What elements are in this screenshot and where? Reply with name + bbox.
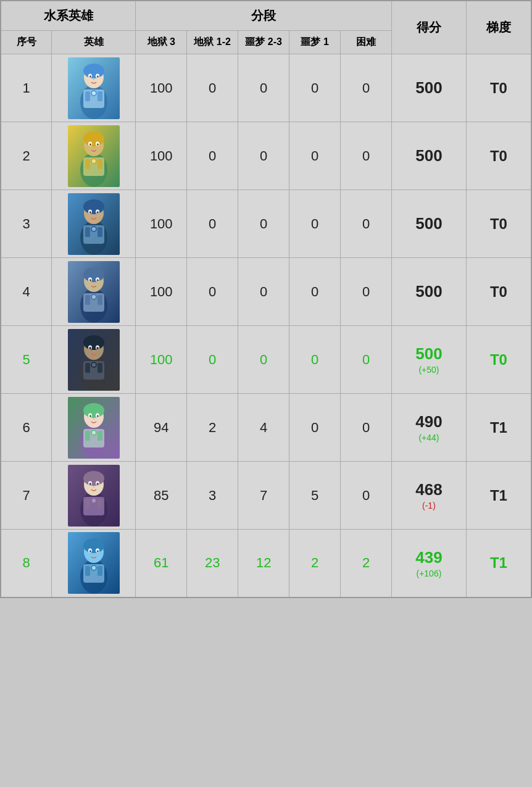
- tier-value: T0: [466, 258, 531, 326]
- svg-point-18: [83, 131, 104, 146]
- svg-point-113: [89, 551, 91, 552]
- row-id: 1: [1, 54, 52, 122]
- row-id: 8: [1, 530, 52, 598]
- hero-avatar: [68, 193, 120, 255]
- hell3-value: 85: [136, 462, 187, 530]
- hard-value: 0: [341, 462, 392, 530]
- nightmare23-value: 12: [238, 530, 289, 598]
- svg-point-104: [92, 499, 96, 502]
- svg-point-63: [83, 335, 104, 350]
- hero-image-cell: [52, 394, 136, 462]
- score-cell: 500: [392, 122, 467, 190]
- score-cell: 500 (+50): [392, 326, 467, 394]
- nightmare1-value: 2: [289, 530, 341, 598]
- svg-point-54: [97, 279, 98, 281]
- row-id: 6: [1, 394, 52, 462]
- svg-point-69: [97, 347, 98, 349]
- svg-rect-57: [98, 295, 102, 305]
- svg-rect-101: [85, 499, 90, 509]
- svg-point-93: [83, 471, 104, 486]
- hell12-value: 0: [187, 122, 238, 190]
- svg-rect-12: [98, 91, 102, 101]
- svg-point-78: [83, 403, 104, 418]
- tier-value: T0: [466, 122, 531, 190]
- svg-point-89: [92, 431, 96, 435]
- svg-rect-71: [85, 363, 90, 373]
- nightmare1-value: 0: [289, 326, 341, 394]
- score-delta: (+44): [394, 433, 463, 443]
- score-delta: (+50): [394, 365, 463, 375]
- svg-point-9: [97, 75, 98, 77]
- svg-point-114: [97, 551, 98, 552]
- category-header: 水系英雄: [1, 1, 136, 31]
- score-cell: 439 (+106): [392, 530, 467, 598]
- hero-image-cell: [52, 530, 136, 598]
- score-main: 500: [394, 146, 463, 165]
- row-id: 2: [1, 122, 52, 190]
- hell3-value: 100: [136, 54, 187, 122]
- tier-value: T0: [466, 54, 531, 122]
- score-delta: (-1): [394, 501, 463, 510]
- hero-image-cell: [52, 122, 136, 190]
- score-header: 得分: [392, 1, 467, 54]
- hero-image-cell: [52, 54, 136, 122]
- svg-point-119: [92, 566, 96, 570]
- hero-avatar: [68, 125, 120, 187]
- svg-rect-27: [98, 159, 102, 169]
- tier-value: T0: [466, 326, 531, 394]
- col-hero-header: 英雄: [52, 31, 136, 54]
- stage-group-header: 分段: [136, 1, 392, 31]
- tier-value: T1: [466, 394, 531, 462]
- score-cell: 500: [392, 258, 467, 326]
- nightmare23-value: 0: [238, 258, 289, 326]
- svg-rect-86: [85, 431, 90, 441]
- nightmare1-value: 0: [289, 54, 341, 122]
- table-row: 1: [1, 54, 531, 122]
- svg-rect-116: [85, 566, 90, 576]
- nightmare1-value: 0: [289, 394, 341, 462]
- hell3-value: 61: [136, 530, 187, 598]
- hell3-value: 100: [136, 258, 187, 326]
- svg-rect-41: [85, 227, 90, 237]
- row-id: 4: [1, 258, 52, 326]
- svg-rect-11: [85, 91, 90, 101]
- hero-avatar: [68, 329, 120, 391]
- hard-value: 2: [341, 530, 392, 598]
- svg-point-33: [83, 199, 104, 214]
- svg-point-44: [92, 227, 96, 231]
- hard-value: 0: [341, 394, 392, 462]
- col-hell3-header: 地狱 3: [136, 31, 187, 54]
- col-hell12-header: 地狱 1-2: [187, 31, 238, 54]
- svg-point-38: [89, 211, 91, 213]
- col-id-header: 序号: [1, 31, 52, 54]
- row-id: 7: [1, 462, 52, 530]
- hell3-value: 100: [136, 122, 187, 190]
- svg-point-84: [97, 415, 98, 417]
- svg-rect-42: [98, 227, 102, 237]
- tier-value: T0: [466, 190, 531, 258]
- hell12-value: 23: [187, 530, 238, 598]
- hero-avatar: [68, 261, 120, 323]
- row-id: 3: [1, 190, 52, 258]
- col-nightmare1-header: 噩梦 1: [289, 31, 341, 54]
- score-main: 468: [394, 480, 463, 499]
- score-cell: 500: [392, 190, 467, 258]
- svg-point-74: [92, 363, 96, 367]
- svg-point-39: [97, 211, 98, 213]
- hell12-value: 0: [187, 190, 238, 258]
- hell3-value: 100: [136, 326, 187, 394]
- table-row: 7: [1, 462, 531, 530]
- hero-image-cell: [52, 462, 136, 530]
- svg-point-24: [97, 143, 98, 145]
- hell12-value: 0: [187, 258, 238, 326]
- nightmare23-value: 0: [238, 190, 289, 258]
- hell3-value: 100: [136, 190, 187, 258]
- table-row: 8: [1, 530, 531, 598]
- col-nightmare23-header: 噩梦 2-3: [238, 31, 289, 54]
- hero-avatar: [68, 397, 120, 459]
- hell12-value: 3: [187, 462, 238, 530]
- hero-avatar: [68, 465, 120, 527]
- table-row: 6: [1, 394, 531, 462]
- nightmare23-value: 4: [238, 394, 289, 462]
- svg-rect-26: [85, 159, 90, 169]
